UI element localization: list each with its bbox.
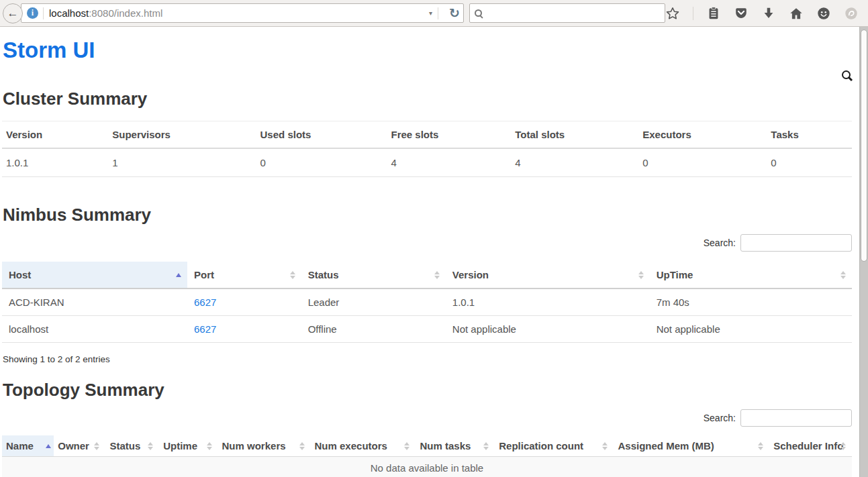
topology-summary-table: Name Owner Status Uptime Num workers <box>2 435 852 477</box>
column-label: Num executors <box>315 440 387 452</box>
column-label: Num workers <box>222 440 286 452</box>
column-label: Status <box>109 440 140 452</box>
page-title: Storm UI <box>3 37 852 64</box>
url-divider <box>43 7 44 19</box>
column-label: Name <box>6 440 34 452</box>
site-info-icon[interactable] <box>27 7 38 19</box>
nimbus-col-version[interactable]: Version <box>446 262 650 288</box>
topology-col-scheduler-info[interactable]: Scheduler Info <box>769 435 852 457</box>
cluster-col-version: Version <box>2 121 108 149</box>
sort-both-icon <box>404 442 409 450</box>
window-scrollbar[interactable] <box>859 27 868 477</box>
column-label: Num tasks <box>420 440 471 452</box>
sort-both-icon <box>299 442 305 450</box>
disabled-addon-icon[interactable] <box>844 6 859 21</box>
pocket-icon[interactable] <box>734 6 749 21</box>
topology-col-owner[interactable]: Owner <box>54 435 105 457</box>
nimbus-port-link[interactable]: 6627 <box>194 323 216 335</box>
cluster-header-row: Version Supervisors Used slots Free slot… <box>2 121 852 149</box>
sort-both-icon <box>290 271 295 279</box>
column-label: Uptime <box>163 440 197 452</box>
cluster-free-slots-value: 4 <box>387 148 511 177</box>
storm-ui-page: Storm UI Cluster Summary Version Supervi… <box>0 37 868 477</box>
sort-asc-icon <box>46 444 51 448</box>
nimbus-col-status[interactable]: Status <box>301 262 446 288</box>
cluster-col-supervisors: Supervisors <box>108 121 256 149</box>
topology-col-num-executors[interactable]: Num executors <box>311 435 416 457</box>
column-label: Port <box>194 269 214 280</box>
nimbus-search-label: Search: <box>704 237 736 248</box>
sort-both-icon <box>434 271 440 279</box>
cluster-col-tasks: Tasks <box>767 121 852 149</box>
empty-table-message: No data available in table <box>2 457 852 477</box>
topology-empty-row: No data available in table <box>2 457 852 477</box>
topology-col-name[interactable]: Name <box>2 435 54 457</box>
nimbus-col-port[interactable]: Port <box>187 262 301 288</box>
topology-header-row: Name Owner Status Uptime Num workers <box>2 435 852 457</box>
hello-smiley-icon[interactable] <box>816 6 831 21</box>
cluster-total-slots-value: 4 <box>511 148 638 177</box>
url-history-dropdown-icon[interactable] <box>429 9 432 17</box>
nimbus-search-input[interactable] <box>740 234 852 252</box>
sort-both-icon <box>840 442 846 450</box>
cluster-used-slots-value: 0 <box>256 148 387 177</box>
nimbus-col-uptime[interactable]: UpTime <box>650 262 852 288</box>
column-label: Replication count <box>499 440 583 452</box>
sort-asc-icon <box>176 273 181 277</box>
column-label: Assigned Mem (MB) <box>618 440 714 452</box>
nimbus-port-link[interactable]: 6627 <box>194 297 216 308</box>
browser-search-input[interactable] <box>487 7 660 19</box>
nimbus-summary-table: Host Port Status Version UpTime <box>2 262 852 343</box>
topology-search-label: Search: <box>704 413 736 423</box>
cluster-col-total-slots: Total slots <box>511 121 638 149</box>
cluster-tasks-value: 0 <box>767 148 852 177</box>
topology-col-num-workers[interactable]: Num workers <box>218 435 311 457</box>
nimbus-status-value: Offline <box>301 316 446 343</box>
topology-col-replication-count[interactable]: Replication count <box>495 435 614 457</box>
column-label: Owner <box>58 440 89 452</box>
nimbus-col-host[interactable]: Host <box>2 262 187 288</box>
cluster-summary-table: Version Supervisors Used slots Free slot… <box>2 121 852 177</box>
cluster-col-executors: Executors <box>638 121 767 149</box>
back-icon[interactable] <box>3 3 23 23</box>
column-label: UpTime <box>657 269 693 280</box>
topology-col-uptime[interactable]: Uptime <box>159 435 218 457</box>
downloads-icon[interactable] <box>761 6 776 21</box>
home-icon[interactable] <box>789 6 804 21</box>
sort-both-icon <box>94 442 99 450</box>
nimbus-status-value: Leader <box>301 288 446 316</box>
topology-col-status[interactable]: Status <box>105 435 159 457</box>
search-icon <box>475 9 482 17</box>
nimbus-search-controls: Search: <box>2 233 852 252</box>
topology-search-controls: Search: <box>2 409 852 427</box>
nimbus-entries-info: Showing 1 to 2 of 2 entries <box>3 354 852 364</box>
url-text: localhost:8080/index.html <box>49 7 162 19</box>
cluster-executors-value: 0 <box>638 148 767 177</box>
bookmark-star-icon[interactable] <box>665 6 680 21</box>
topology-col-num-tasks[interactable]: Num tasks <box>416 435 495 457</box>
scrollbar-thumb[interactable] <box>861 30 867 262</box>
page-search-icon[interactable] <box>842 70 851 79</box>
column-label: Status <box>308 269 339 280</box>
cluster-col-free-slots: Free slots <box>387 121 511 149</box>
nimbus-summary-heading: Nimbus Summary <box>3 204 852 225</box>
reload-icon[interactable] <box>449 7 460 19</box>
sort-both-icon <box>758 442 763 450</box>
nimbus-version-value: 1.0.1 <box>446 288 650 316</box>
topology-col-assigned-mem[interactable]: Assigned Mem (MB) <box>614 435 769 457</box>
nimbus-host-value: localhost <box>2 316 187 343</box>
browser-search-bar[interactable] <box>469 3 665 23</box>
cluster-summary-heading: Cluster Summary <box>3 88 852 109</box>
url-divider <box>438 7 438 19</box>
nimbus-row: localhost 6627 Offline Not applicable No… <box>2 316 852 343</box>
topology-search-input[interactable] <box>740 409 852 427</box>
sort-both-icon <box>148 442 153 450</box>
sort-both-icon <box>840 271 846 279</box>
nimbus-header-row: Host Port Status Version UpTime <box>2 262 852 288</box>
sort-both-icon <box>638 271 644 279</box>
cluster-supervisors-value: 1 <box>108 148 256 177</box>
url-bar[interactable]: localhost:8080/index.html <box>21 3 464 23</box>
bookmarks-menu-icon[interactable] <box>706 6 721 21</box>
toolbar-divider <box>693 7 693 20</box>
sort-both-icon <box>602 442 608 450</box>
